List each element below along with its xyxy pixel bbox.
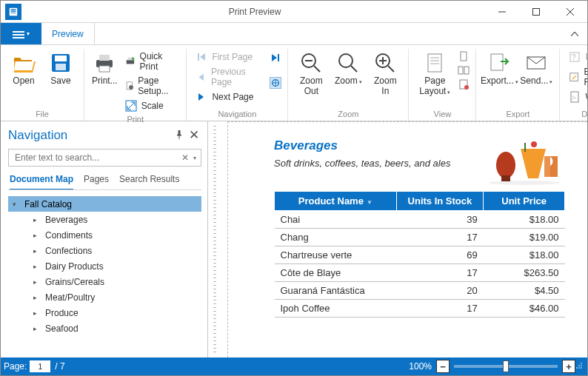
page-setup-button[interactable]: Page Setup... — [122, 75, 181, 97]
navigation-pane: Navigation ✕ ✕ ▾ Document Map Pages Sear… — [1, 121, 208, 357]
page-setup-icon — [125, 80, 134, 92]
nav-pane-toggle-icon[interactable] — [270, 77, 281, 89]
scale-button[interactable]: Scale — [122, 99, 181, 113]
minimize-button[interactable] — [485, 1, 519, 23]
tab-pages[interactable]: Pages — [84, 174, 109, 190]
close-window-button[interactable] — [553, 1, 587, 23]
group-document-label: Document — [566, 107, 588, 121]
page-layout-button[interactable]: Page Layout▾ — [415, 49, 455, 99]
svg-point-60 — [581, 365, 582, 366]
collapse-ribbon-button[interactable] — [562, 23, 587, 44]
page-layout-icon — [423, 51, 447, 75]
preview-area[interactable]: Beverages Soft drinks, coffees, teas, be… — [208, 121, 587, 357]
cell-price: $263.50 — [484, 264, 565, 282]
svg-marker-24 — [272, 54, 277, 61]
col-price: Unit Price — [484, 192, 565, 211]
send-button[interactable]: Send...▾ — [519, 49, 553, 89]
document-map-tree: ▾ Fall Catalog ▸Beverages▸Condiments▸Con… — [8, 196, 201, 336]
clear-search-icon[interactable]: ✕ — [181, 152, 189, 163]
cell-price: $19.00 — [484, 229, 565, 246]
send-label: Send... — [520, 75, 548, 86]
tab-search-results[interactable]: Search Results — [119, 174, 179, 190]
save-button[interactable]: Save — [44, 49, 78, 89]
cell-stock: 69 — [396, 246, 484, 264]
tab-document-map[interactable]: Document Map — [10, 174, 73, 190]
tab-preview[interactable]: Preview — [41, 23, 95, 44]
open-button[interactable]: Open — [7, 49, 41, 89]
file-menu-button[interactable]: ▾ — [1, 23, 41, 44]
ribbon-group-file: Open Save File — [1, 49, 84, 121]
watermark-icon: A — [569, 91, 581, 103]
print-label: Print... — [92, 76, 118, 87]
print-button[interactable]: Print... — [90, 49, 119, 89]
editing-fields-icon — [569, 71, 579, 83]
export-icon — [487, 51, 511, 75]
cell-price: $4.50 — [484, 282, 565, 300]
zoom-plus-button[interactable]: + — [562, 360, 575, 373]
parameters-button[interactable]: ? Parameters — [566, 50, 588, 64]
envelope-icon — [524, 51, 548, 75]
cell-name: Guaraná Fantástica — [275, 282, 397, 300]
save-icon — [49, 51, 73, 75]
close-pane-icon[interactable]: ✕ — [187, 127, 201, 143]
zoom-slider[interactable] — [454, 365, 558, 368]
chevron-down-icon: ▾ — [13, 201, 20, 208]
svg-point-59 — [578, 365, 580, 366]
page-bg-icon[interactable] — [458, 78, 470, 90]
maximize-button[interactable] — [519, 1, 553, 23]
window-title: Print Preview — [24, 7, 485, 17]
tree-item[interactable]: ▸Grains/Cereals — [8, 274, 201, 289]
zoom-thumb[interactable] — [503, 360, 509, 372]
table-row: Chartreuse verte69$18.00 — [275, 246, 565, 264]
single-page-icon[interactable] — [458, 50, 470, 62]
tree-item[interactable]: ▸Seafood — [8, 320, 201, 336]
tree-item[interactable]: ▸Produce — [8, 305, 201, 320]
tree-item[interactable]: ▸Confections — [8, 243, 201, 258]
tree-item[interactable]: ▸Dairy Products — [8, 258, 201, 274]
cell-name: Côte de Blaye — [275, 264, 397, 282]
zoom-minus-button[interactable]: − — [436, 360, 450, 373]
chevron-right-icon: ▸ — [33, 294, 41, 301]
svg-rect-5 — [533, 8, 540, 15]
tree-item[interactable]: ▸Beverages — [8, 212, 201, 227]
tree-item[interactable]: ▸Condiments — [8, 227, 201, 243]
previous-page-button[interactable]: Previous Page — [193, 66, 267, 88]
ribbon-group-document: ? Parameters Editing Fields A Watermark … — [560, 49, 588, 121]
editing-fields-button[interactable]: Editing Fields — [566, 66, 588, 88]
next-page-button[interactable]: Next Page — [193, 90, 267, 104]
watermark-button[interactable]: A Watermark — [566, 90, 588, 104]
cell-name: Chartreuse verte — [275, 246, 397, 264]
search-box[interactable]: ✕ ▾ — [8, 149, 201, 167]
svg-line-28 — [314, 66, 320, 72]
svg-rect-15 — [127, 58, 133, 60]
page-number-input[interactable] — [30, 360, 50, 372]
last-page-icon[interactable] — [270, 52, 281, 64]
splitter-grip[interactable] — [213, 126, 216, 353]
two-page-icon[interactable] — [458, 64, 470, 76]
col-name: Product Name — [298, 195, 364, 207]
ribbon: Open Save File Print... Quick Print — [1, 45, 587, 121]
svg-point-18 — [129, 85, 133, 90]
tree-root[interactable]: ▾ Fall Catalog — [8, 196, 201, 212]
zoom-button[interactable]: Zoom▾ — [331, 49, 365, 89]
svg-rect-54 — [524, 143, 526, 152]
search-input[interactable] — [13, 152, 181, 164]
first-page-button[interactable]: First Page — [193, 50, 267, 64]
search-dropdown-icon[interactable]: ▾ — [193, 155, 196, 161]
chevron-right-icon: ▸ — [33, 325, 41, 332]
page-setup-label: Page Setup... — [138, 75, 177, 96]
ribbon-group-navigation: First Page Previous Page Next Page Navig… — [187, 49, 288, 121]
chevron-right-icon: ▸ — [33, 232, 41, 239]
cell-name: Ipoh Coffee — [275, 300, 397, 318]
tree-item-label: Condiments — [45, 230, 93, 241]
zoom-out-button[interactable]: Zoom Out — [294, 49, 328, 99]
pin-icon[interactable] — [172, 128, 187, 143]
resize-grip[interactable] — [575, 362, 584, 371]
page-total: / 7 — [55, 361, 64, 372]
zoom-in-button[interactable]: Zoom In — [368, 49, 402, 99]
tree-item[interactable]: ▸Meat/Poultry — [8, 289, 201, 305]
zoom-label: Zoom — [335, 75, 358, 86]
quick-print-button[interactable]: Quick Print — [122, 50, 181, 73]
export-button[interactable]: Export...▾ — [482, 49, 516, 89]
save-label: Save — [50, 76, 70, 87]
